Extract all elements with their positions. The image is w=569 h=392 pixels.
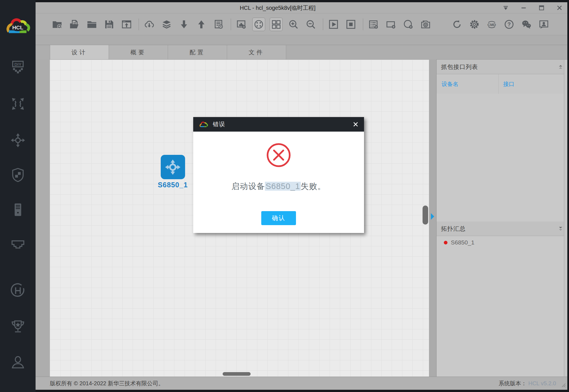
- user-icon[interactable]: [10, 354, 26, 370]
- dialog-close-icon[interactable]: [352, 121, 359, 128]
- tabbar: 设计概要配置文件: [36, 45, 567, 59]
- hcl-cloud-icon: [198, 121, 209, 128]
- dialog-header[interactable]: 错误: [193, 117, 364, 132]
- app-window: HCL DIY HCL - hcl_soge5k8v[临时工程] CMD? 设计…: [0, 0, 569, 392]
- cmd-icon[interactable]: CMD: [485, 18, 498, 31]
- capture-columns: 设备名 接口: [437, 74, 567, 94]
- panel-expand-handle[interactable]: [430, 213, 435, 220]
- capture-panel: 抓包接口列表 设备名 接口: [437, 60, 567, 221]
- tab-files[interactable]: 文件: [227, 45, 286, 60]
- grid-layout-icon[interactable]: [270, 18, 283, 31]
- message-device-name: S6850_1: [265, 182, 300, 191]
- svg-text:CMD: CMD: [488, 22, 496, 27]
- status-dot: [444, 241, 447, 244]
- open-project-icon[interactable]: [68, 18, 81, 31]
- statusbar: 版权所有 © 2014-2022 新华三技术有限公司。 系统版本：HCL v5.…: [36, 377, 567, 390]
- layers-icon[interactable]: [160, 18, 173, 31]
- dialog-body: 启动设备S6850_1失败。 确认: [193, 132, 364, 233]
- message-prefix: 启动设备: [231, 182, 265, 191]
- server-icon[interactable]: [10, 202, 26, 218]
- feedback-icon[interactable]: [537, 18, 550, 31]
- confirm-button[interactable]: 确认: [261, 211, 296, 225]
- zoom-out-icon[interactable]: [304, 18, 317, 31]
- diy-device-icon[interactable]: DIY: [10, 59, 26, 76]
- topology-panel-header[interactable]: 拓扑汇总: [437, 221, 567, 236]
- start-all-icon[interactable]: [327, 18, 340, 31]
- capture-panel-title: 抓包接口列表: [441, 63, 478, 71]
- topology-item-name: S6850_1: [451, 239, 474, 246]
- right-panel: 抓包接口列表 设备名 接口 拓扑汇总 S6850_1: [436, 59, 567, 377]
- resize-grip[interactable]: [560, 381, 566, 389]
- save-icon[interactable]: [103, 18, 116, 31]
- cloud-download-icon[interactable]: [143, 18, 156, 31]
- wechat-icon[interactable]: [520, 18, 533, 31]
- toolbar-separator: [139, 18, 139, 30]
- import-arrow-icon[interactable]: [178, 18, 190, 31]
- network-view-icon[interactable]: [252, 18, 265, 31]
- add-config-icon[interactable]: [367, 18, 380, 31]
- toolbar: CMD?: [36, 13, 567, 35]
- add-textbox-icon[interactable]: [384, 18, 397, 31]
- recent-doc-icon[interactable]: [212, 18, 225, 31]
- horizontal-scrollbar-thumb[interactable]: [223, 372, 251, 376]
- message-suffix: 失败。: [301, 182, 326, 191]
- error-message: 启动设备S6850_1失败。: [193, 181, 364, 192]
- open-folder-icon[interactable]: [85, 18, 98, 31]
- firewall-icon[interactable]: [10, 167, 26, 183]
- new-project-icon[interactable]: [51, 18, 64, 31]
- terminal-port-icon[interactable]: [10, 236, 26, 253]
- menu-dropdown-icon[interactable]: [502, 4, 510, 12]
- collapse-up-icon[interactable]: [558, 65, 563, 69]
- stop-all-icon[interactable]: [344, 18, 357, 31]
- toolbar-separator: [323, 18, 323, 30]
- export-window-icon[interactable]: [120, 18, 133, 31]
- copyright-text: 版权所有 © 2014-2022 新华三技术有限公司。: [50, 380, 164, 387]
- collapse-down-icon[interactable]: [558, 227, 563, 231]
- titlebar[interactable]: HCL - hcl_soge5k8v[临时工程]: [36, 2, 567, 13]
- tab-summary[interactable]: 概要: [109, 45, 168, 60]
- topology-item[interactable]: S6850_1: [437, 236, 567, 249]
- close-icon[interactable]: [556, 4, 563, 12]
- panel-scrollbar[interactable]: [564, 60, 567, 377]
- topology-panel: 拓扑汇总 S6850_1: [437, 221, 567, 249]
- reset-icon[interactable]: [451, 18, 463, 31]
- topology-arrows-icon[interactable]: [10, 96, 26, 112]
- zoom-in-icon[interactable]: [287, 18, 300, 31]
- tab-design[interactable]: 设计: [50, 45, 109, 60]
- toolbar-separator: [363, 18, 363, 30]
- router-icon[interactable]: [10, 132, 26, 148]
- topology-list: S6850_1: [437, 236, 567, 249]
- settings-icon[interactable]: [468, 18, 481, 31]
- version-value: HCL v5.2.0: [528, 380, 556, 386]
- contest-trophy-icon[interactable]: [10, 318, 26, 335]
- router-device-icon[interactable]: [161, 155, 185, 179]
- capture-panel-header[interactable]: 抓包接口列表: [437, 60, 567, 74]
- version-label: 系统版本：: [499, 380, 527, 386]
- capture-list: [437, 94, 567, 221]
- maximize-icon[interactable]: [538, 4, 545, 12]
- column-device-name[interactable]: 设备名: [442, 74, 458, 94]
- add-ellipse-icon[interactable]: [402, 18, 415, 31]
- export-arrow-icon[interactable]: [195, 18, 208, 31]
- screenshot-icon[interactable]: [419, 18, 432, 31]
- topology-panel-title: 拓扑汇总: [441, 225, 466, 233]
- tab-config[interactable]: 配置: [168, 45, 227, 60]
- system-version: 系统版本：HCL v5.2.0: [499, 380, 556, 387]
- svg-text:DIY: DIY: [14, 62, 21, 67]
- column-interface[interactable]: 接口: [503, 74, 514, 94]
- hcl-logo: HCL: [3, 13, 33, 39]
- minimize-icon[interactable]: [520, 4, 528, 12]
- error-dialog: 错误 启动设备S6850_1失败。 确认: [193, 117, 364, 233]
- add-device-image-icon[interactable]: [235, 18, 248, 31]
- device-label: S6850_1: [154, 181, 192, 189]
- vertical-scrollbar-thumb[interactable]: [423, 206, 428, 225]
- h3c-logo-icon[interactable]: [10, 283, 26, 299]
- help-icon[interactable]: ?: [503, 18, 516, 31]
- toolbar-separator: [231, 18, 231, 30]
- hcl-logo-text: HCL: [12, 25, 24, 31]
- sidebar: HCL DIY: [0, 0, 36, 392]
- device-node[interactable]: S6850_1: [154, 155, 192, 189]
- window-title: HCL - hcl_soge5k8v[临时工程]: [36, 2, 520, 13]
- dialog-title: 错误: [213, 120, 225, 128]
- svg-text:?: ?: [507, 21, 511, 27]
